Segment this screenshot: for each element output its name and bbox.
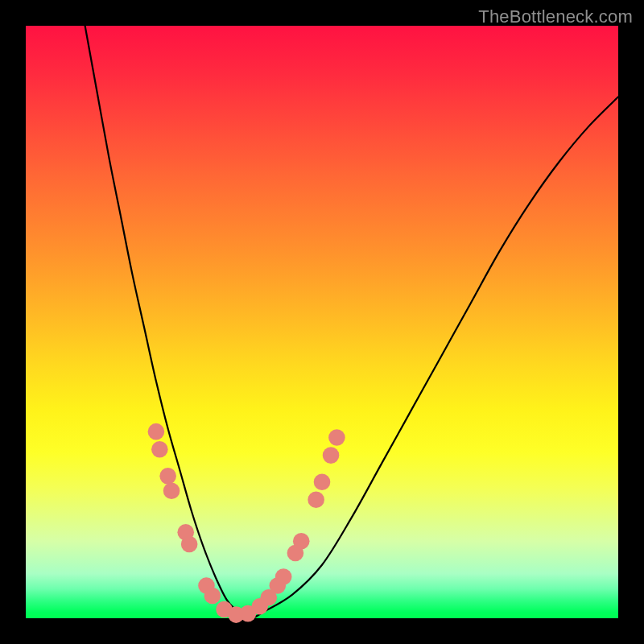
highlight-dot: [163, 482, 180, 499]
plot-area: [26, 26, 618, 618]
highlight-dot: [308, 492, 324, 509]
highlight-dot: [314, 473, 331, 490]
watermark-text: TheBottleneck.com: [478, 6, 633, 27]
highlight-dot: [151, 441, 168, 458]
highlight-dot: [323, 447, 340, 464]
highlight-dots: [148, 423, 345, 623]
highlight-dot: [293, 533, 310, 550]
highlight-dot: [328, 429, 345, 446]
highlight-dot: [148, 423, 165, 440]
curve-layer: [26, 26, 618, 618]
bottleneck-curve: [85, 26, 618, 618]
highlight-dot: [159, 468, 176, 485]
curve-path: [85, 26, 618, 618]
highlight-dot: [204, 588, 221, 605]
highlight-dot: [181, 536, 198, 553]
highlight-dot: [275, 568, 292, 585]
chart-frame: TheBottleneck.com: [0, 0, 644, 644]
